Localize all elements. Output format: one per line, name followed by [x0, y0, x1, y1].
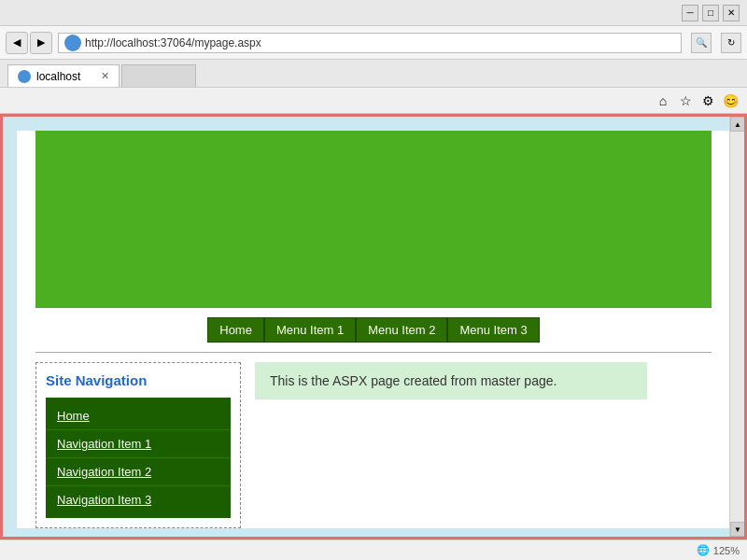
browser-window: ─ □ ✕ ◀ ▶ http://localhost:37064/mypage.… [0, 0, 747, 560]
menu-item-1[interactable]: Menu Item 1 [264, 317, 356, 343]
home-icon[interactable]: ⌂ [654, 91, 672, 110]
page-area: Home Menu Item 1 Menu Item 2 Menu Item 3… [0, 114, 747, 539]
content-area: Site Navigation Home Navigation Item 1 N… [35, 362, 712, 528]
sidebar: Site Navigation Home Navigation Item 1 N… [35, 362, 241, 528]
main-content: This is the ASPX page created from maste… [255, 362, 712, 399]
minimize-button[interactable]: ─ [682, 5, 698, 21]
title-bar: ─ □ ✕ [0, 0, 747, 26]
zoom-area: 🌐 125% [697, 544, 740, 556]
title-bar-buttons: ─ □ ✕ [682, 5, 740, 21]
smiley-icon[interactable]: 😊 [721, 91, 740, 110]
star-icon[interactable]: ☆ [676, 91, 695, 110]
address-bar: ◀ ▶ http://localhost:37064/mypage.aspx 🔍… [0, 26, 747, 60]
scrollbar-track[interactable]: ▲ ▼ [729, 117, 744, 537]
browser-toolbar: ⌂ ☆ ⚙ 😊 [0, 88, 747, 114]
menu-item-2[interactable]: Menu Item 2 [356, 317, 447, 343]
menu-item-home[interactable]: Home [207, 317, 264, 343]
network-icon: 🌐 [697, 544, 710, 556]
scroll-up-button[interactable]: ▲ [730, 117, 745, 132]
scroll-down-button[interactable]: ▼ [730, 522, 745, 537]
tab-label: localhost [36, 70, 80, 83]
menu-item-3[interactable]: Menu Item 3 [447, 317, 539, 343]
tab-bar: localhost ✕ [0, 60, 747, 88]
status-bar: 🌐 125% [0, 539, 747, 560]
new-tab-area[interactable] [121, 64, 196, 87]
address-favicon-icon [64, 35, 81, 51]
sidebar-title: Site Navigation [46, 372, 231, 388]
refresh-button[interactable]: ↻ [721, 33, 741, 53]
nav-item-home[interactable]: Home [46, 402, 231, 430]
nav-buttons: ◀ ▶ [6, 32, 52, 54]
nav-item-3[interactable]: Navigation Item 3 [46, 486, 231, 513]
zoom-label: 125% [713, 545, 740, 556]
nav-item-2[interactable]: Navigation Item 2 [46, 458, 231, 486]
close-button[interactable]: ✕ [723, 5, 740, 21]
active-tab[interactable]: localhost ✕ [7, 64, 120, 87]
tab-favicon-icon [18, 70, 31, 83]
address-input-wrap: http://localhost:37064/mypage.aspx [58, 33, 682, 53]
content-text: This is the ASPX page created from maste… [270, 373, 557, 388]
banner [35, 131, 712, 308]
tab-close-button[interactable]: ✕ [101, 70, 109, 82]
address-url[interactable]: http://localhost:37064/mypage.aspx [85, 36, 261, 49]
nav-item-1[interactable]: Navigation Item 1 [46, 430, 231, 458]
search-button[interactable]: 🔍 [691, 33, 712, 53]
page-inner: Home Menu Item 1 Menu Item 2 Menu Item 3… [17, 131, 730, 528]
nav-menu: Home Navigation Item 1 Navigation Item 2… [46, 398, 231, 518]
forward-button[interactable]: ▶ [30, 32, 52, 54]
maximize-button[interactable]: □ [702, 5, 719, 21]
content-box: This is the ASPX page created from maste… [255, 362, 647, 399]
menu-bar: Home Menu Item 1 Menu Item 2 Menu Item 3 [17, 317, 730, 343]
gear-icon[interactable]: ⚙ [698, 91, 717, 110]
divider [35, 352, 712, 353]
back-button[interactable]: ◀ [6, 32, 28, 54]
